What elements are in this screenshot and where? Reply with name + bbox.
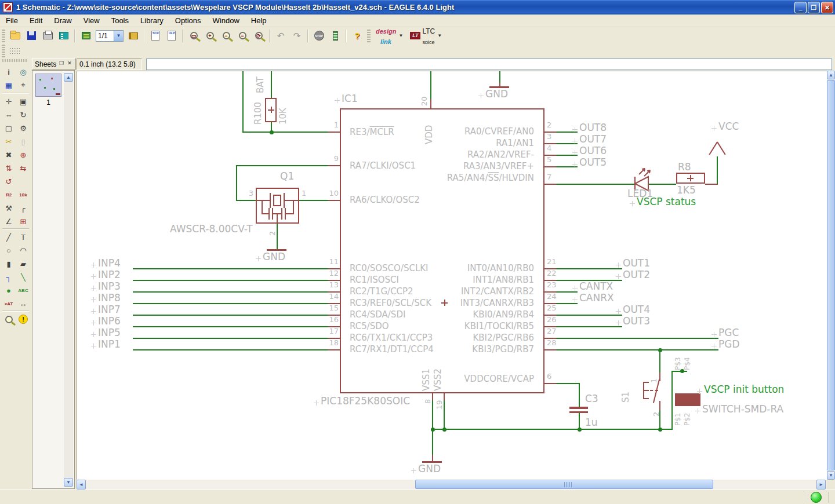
ltcspice-button[interactable]: LT LTC spice ▼ (408, 25, 444, 47)
name-button[interactable]: R2 (2, 188, 16, 201)
scroll-up-icon[interactable]: ▲ (827, 71, 835, 79)
menu-view[interactable]: View (78, 14, 106, 27)
undo-button[interactable]: ↶ (273, 29, 288, 43)
run-script-button[interactable]: SCR: (148, 29, 163, 43)
menu-draw[interactable]: Draw (48, 14, 77, 27)
pinswap-button[interactable]: ⇅ (2, 162, 16, 174)
menu-tools[interactable]: Tools (106, 14, 135, 27)
change-button[interactable]: ⚙ (16, 122, 30, 134)
c3-capacitor[interactable] (569, 407, 588, 409)
menu-edit[interactable]: Edit (24, 14, 48, 27)
r8-value: 1K5 (677, 185, 696, 196)
group-button[interactable]: ▢ (2, 122, 16, 134)
vcc-symbol[interactable] (709, 141, 717, 155)
gateswap-button[interactable]: ⇆ (16, 162, 30, 174)
mirror-button[interactable]: ⇔ (2, 108, 16, 121)
q1-crystal[interactable] (256, 188, 299, 224)
grid-button[interactable] (8, 44, 23, 58)
open-button[interactable] (8, 29, 23, 43)
show-button[interactable]: ◎ (16, 65, 30, 78)
zoom-out-button[interactable]: − (219, 29, 234, 43)
label-button[interactable]: ABC (16, 284, 30, 297)
cut-button[interactable]: ✂ (2, 135, 16, 148)
scroll-left-icon[interactable]: ◄ (77, 480, 86, 490)
zoom-in-button[interactable]: + (202, 29, 217, 43)
stop-button[interactable]: STOP (311, 29, 326, 43)
help-button[interactable]: ? (350, 29, 365, 43)
zoom-redraw-button[interactable]: ⟳ (251, 29, 266, 43)
switch-to-board-button[interactable] (78, 29, 93, 43)
scroll-down-icon[interactable]: ▼ (827, 471, 835, 480)
menu-help[interactable]: Help (245, 14, 273, 27)
polygon-button[interactable]: ▰ (16, 257, 30, 270)
chevron-down-icon[interactable]: ▼ (437, 33, 442, 38)
go-button[interactable] (328, 29, 343, 43)
wire-button[interactable]: ╱ (2, 231, 16, 243)
menu-options[interactable]: Options (169, 14, 207, 27)
add-part-button[interactable]: ⊕ (16, 148, 30, 161)
scroll-down-icon[interactable]: ▼ (64, 478, 73, 487)
menu-window[interactable]: Window (207, 14, 245, 27)
menu-library[interactable]: Library (135, 14, 169, 27)
text-button[interactable]: T (16, 231, 30, 243)
zoom-select-button[interactable]: = (235, 29, 250, 43)
smash-button[interactable]: ⚒ (2, 202, 16, 214)
schematic-canvas[interactable]: GND GND GND VCC R100 10K BAT Q1 AWSCR-8.… (77, 71, 827, 480)
sheet-thumbnail[interactable] (35, 74, 61, 97)
wire (671, 371, 673, 430)
dimension-button[interactable]: ↔ (16, 297, 30, 310)
split-button[interactable]: ∠ (2, 215, 16, 228)
chevron-down-icon[interactable]: ▼ (114, 31, 123, 41)
copy-button[interactable]: ▣ (16, 95, 30, 108)
rotate-button[interactable]: ↻ (16, 108, 30, 121)
minimize-button[interactable]: _ (794, 2, 807, 13)
bus-button[interactable]: ┐ (2, 271, 16, 283)
save-button[interactable] (24, 29, 39, 43)
print-button[interactable] (40, 29, 55, 43)
redo-button[interactable]: ↷ (289, 29, 304, 43)
circle-button[interactable]: ○ (2, 244, 16, 257)
scroll-right-icon[interactable]: ► (816, 480, 826, 490)
delete-button[interactable]: ✖ (2, 148, 16, 161)
net-button[interactable]: ╲ (16, 271, 30, 283)
invoke-button[interactable]: ⊞ (16, 215, 30, 228)
rect-button[interactable]: ▮ (2, 257, 16, 270)
toolbar-handle[interactable] (367, 30, 371, 42)
sheet-select-combo[interactable]: 1/1 ▼ (96, 30, 124, 42)
palette-handle[interactable] (2, 59, 28, 62)
display-layers-button[interactable]: ▦ (2, 79, 16, 92)
chevron-down-icon[interactable]: ▼ (398, 33, 403, 38)
use-library-button[interactable] (126, 29, 141, 43)
designlink-button[interactable]: design link ▼ (374, 25, 405, 47)
zoom-fit-button[interactable]: ▭ (186, 29, 201, 43)
erc-button[interactable]: ! (16, 313, 30, 326)
miter-button[interactable]: ╭ (16, 202, 30, 214)
vertical-scroll-thumb[interactable] (827, 80, 835, 470)
junction-button[interactable]: ● (2, 284, 16, 297)
command-input[interactable] (146, 59, 832, 70)
scroll-up-icon[interactable]: ▲ (64, 73, 73, 82)
arc-button[interactable]: ◠ (16, 244, 30, 257)
restore-button[interactable]: ❐ (808, 2, 820, 13)
replace-button[interactable]: ↺ (2, 175, 16, 188)
smd-switch-body[interactable] (675, 393, 700, 406)
run-ulp-button[interactable]: ULP: (164, 29, 179, 43)
toolbar-handle[interactable] (2, 45, 5, 57)
errors-button[interactable] (2, 313, 16, 326)
paste-button[interactable]: ▯ (16, 135, 30, 148)
attribute-button[interactable]: >AT (2, 297, 16, 310)
close-panel-icon[interactable]: ✕ (66, 60, 73, 67)
horizontal-scrollbar[interactable]: ◄ ► (77, 480, 827, 490)
info-button[interactable]: i (2, 65, 16, 78)
sheets-scrollbar[interactable]: ▲ ▼ (64, 73, 73, 487)
move-button[interactable]: ✛ (2, 95, 16, 108)
value-button[interactable]: 10k (16, 188, 30, 201)
vertical-scrollbar[interactable]: ▲ ▼ (827, 71, 835, 480)
horizontal-scroll-thumb[interactable] (415, 480, 713, 489)
cam-processor-button[interactable] (56, 29, 71, 43)
mark-button[interactable]: ⌖ (16, 79, 30, 92)
toolbar-handle[interactable] (2, 30, 5, 42)
float-panel-icon[interactable]: ❐ (58, 60, 65, 67)
menu-file[interactable]: File (0, 14, 24, 27)
close-button[interactable]: ✕ (821, 2, 833, 13)
